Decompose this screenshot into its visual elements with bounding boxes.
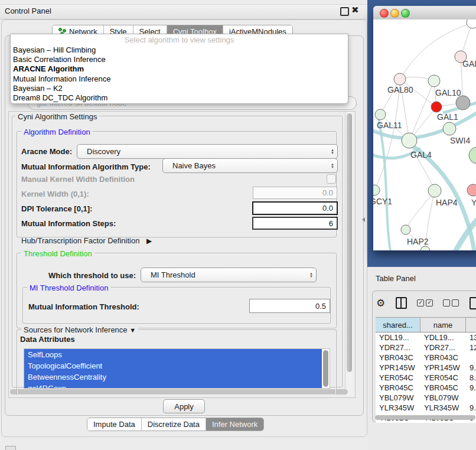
which-threshold-label: Which threshold to use:	[48, 271, 136, 280]
node-label: Y	[471, 198, 476, 207]
network-node[interactable]	[375, 109, 386, 120]
dropdown-item[interactable]: Bayesian – Hill Climbing	[11, 45, 348, 55]
table-cell: YBR045C	[376, 383, 420, 393]
dock-icon[interactable]	[5, 446, 16, 450]
table-cell: YDL19...	[420, 332, 466, 343]
table-cell: YBR043C	[376, 353, 420, 363]
sources-expander[interactable]: Sources for Network Inference ▼	[21, 325, 138, 334]
network-node[interactable]	[401, 225, 410, 234]
node-label: GAL4	[410, 150, 432, 159]
table-column-header[interactable]: name	[420, 318, 466, 332]
network-view-window[interactable]: GALGAL80GAL10GAL1SWI4GAL11GAL4GCY1HAP4YH…	[373, 6, 476, 250]
mi-steps-field[interactable]: 6	[252, 217, 338, 230]
table-row[interactable]: YBL079WYBL079W	[376, 393, 476, 403]
table-row[interactable]: YPR145WYPR145W9.	[376, 363, 476, 373]
dpi-tolerance-field[interactable]: 0.0	[252, 201, 338, 215]
document-icon[interactable]	[470, 297, 476, 309]
panel-splitter-handle[interactable]	[362, 217, 365, 222]
network-node[interactable]	[431, 102, 442, 112]
apply-button[interactable]: Apply	[163, 399, 205, 413]
network-node[interactable]	[467, 19, 476, 28]
checked-columns-icon[interactable]: ✓✓	[417, 299, 433, 306]
close-icon[interactable]: ✖	[351, 5, 359, 15]
table-row[interactable]: YBR043CYBR043C	[376, 353, 476, 363]
algorithm-dropdown-popup: Select algorithm to view settings Bayesi…	[10, 34, 348, 104]
table-row[interactable]: YDR27...YDR27...12	[376, 343, 476, 353]
which-threshold-combobox[interactable]: MI Threshold ▲▼	[141, 268, 317, 282]
node-label: GCY1	[373, 197, 392, 206]
mi-threshold-field[interactable]: 0.5	[249, 299, 330, 313]
network-node[interactable]	[428, 184, 441, 197]
table-row[interactable]: YER054CYER054C8.	[376, 373, 476, 383]
stepper-icon: ▲▼	[328, 149, 337, 155]
table-cell: YBR045C	[420, 383, 466, 393]
dropdown-item[interactable]: Bayesian – K2	[11, 84, 348, 93]
table-panel-title: Table Panel	[376, 274, 416, 283]
dropdown-placeholder: Select algorithm to view settings	[11, 34, 348, 45]
float-window-icon[interactable]	[340, 7, 349, 16]
table-row[interactable]: YBR045CYBR045C9.	[376, 383, 476, 393]
tab-impute-data[interactable]: Impute Data	[87, 418, 142, 431]
table-cell: YLR345W	[420, 403, 466, 413]
table-header-row: shared...name	[376, 317, 476, 332]
network-node[interactable]	[402, 133, 417, 148]
tab-discretize-data[interactable]: Discretize Data	[142, 418, 206, 431]
attribute-list-item[interactable]: SelfLoops	[24, 349, 322, 360]
node-label: GAL80	[387, 85, 413, 94]
network-node[interactable]	[394, 73, 406, 85]
network-graph: GALGAL80GAL10GAL1SWI4GAL11GAL4GCY1HAP4YH…	[373, 19, 476, 250]
dropdown-item[interactable]: ARACNE Algorithm	[11, 64, 348, 74]
node-label: SWI4	[450, 136, 470, 145]
mi-steps-label: Mutual Information Steps:	[21, 219, 116, 228]
unchecked-columns-icon[interactable]	[443, 299, 459, 306]
mi-threshold-group-title: MI Threshold Definition	[27, 283, 110, 292]
network-window-titlebar[interactable]	[373, 6, 476, 20]
minimize-traffic-light-icon[interactable]	[390, 9, 399, 18]
mi-type-label: Mutual Information Algorithm Type:	[21, 162, 151, 171]
network-node[interactable]	[428, 75, 440, 87]
stepper-icon: ▲▼	[328, 163, 337, 169]
node-label: GAL10	[435, 88, 461, 97]
network-node[interactable]	[443, 122, 456, 135]
table-toolbar: ⚙ ✓✓	[376, 296, 476, 310]
control-panel-titlebar	[0, 4, 367, 19]
table-row[interactable]: YDL19...YDL19...13	[376, 332, 476, 343]
tab-infer-network[interactable]: Infer Network	[206, 418, 263, 431]
attributes-scrollbar[interactable]	[323, 350, 328, 387]
manual-kernel-checkbox[interactable]	[327, 174, 336, 184]
table-cell: 8.	[466, 373, 476, 383]
close-traffic-light-icon[interactable]	[380, 9, 389, 18]
table-column-header[interactable]	[466, 318, 476, 332]
table-row[interactable]: YLR345WYLR345W9.	[376, 403, 476, 413]
attribute-list-item[interactable]: TopologicalCoefficient	[24, 360, 322, 371]
attribute-list-item[interactable]: gal4RGexp	[24, 383, 322, 389]
table-column-header[interactable]: shared...	[376, 318, 420, 332]
hub-definition-expander[interactable]: Hub/Transcription Factor Definition ▶	[21, 236, 152, 245]
gear-icon[interactable]: ⚙	[376, 297, 385, 309]
dropdown-item[interactable]: Dream8 DC_TDC Algorithm	[11, 93, 348, 103]
network-node[interactable]	[420, 246, 430, 250]
network-canvas[interactable]: GALGAL80GAL10GAL1SWI4GAL11GAL4GCY1HAP4YH…	[373, 19, 476, 250]
table-horizontal-scrollbar[interactable]	[375, 415, 475, 420]
network-node[interactable]	[456, 96, 470, 110]
zoom-traffic-light-icon[interactable]	[401, 9, 410, 18]
aracne-mode-combobox[interactable]: Discovery ▲▼	[77, 144, 338, 159]
settings-vertical-scrollbar[interactable]	[345, 112, 354, 396]
threshold-definition-title: Threshold Definition	[21, 249, 94, 258]
network-node[interactable]	[373, 185, 380, 195]
control-panel-title: Control Panel	[5, 6, 51, 15]
table-cell: 9.	[466, 383, 476, 393]
table-cell: YBR043C	[420, 353, 466, 363]
application-root: Control Panel ✖ Network Style Select Cyn…	[0, 0, 476, 450]
table-cell: YDR27...	[376, 343, 420, 353]
dropdown-item[interactable]: Basic Correlation Inference	[11, 55, 348, 64]
mi-type-combobox[interactable]: Naive Bayes ▲▼	[162, 158, 338, 173]
manual-kernel-label: Manual Kernel Width Definition	[21, 175, 135, 184]
dropdown-item[interactable]: Mutual Information Inference	[11, 74, 348, 84]
network-node[interactable]	[467, 184, 476, 196]
attribute-list-item[interactable]: BetweennessCentrality	[24, 371, 322, 383]
split-columns-icon[interactable]	[396, 297, 407, 309]
data-attributes-list[interactable]: SelfLoopsTopologicalCoefficientBetweenne…	[24, 348, 330, 389]
node-table[interactable]: shared...name YDL19...YDL19...13YDR27...…	[376, 317, 476, 423]
network-node[interactable]	[469, 147, 476, 164]
